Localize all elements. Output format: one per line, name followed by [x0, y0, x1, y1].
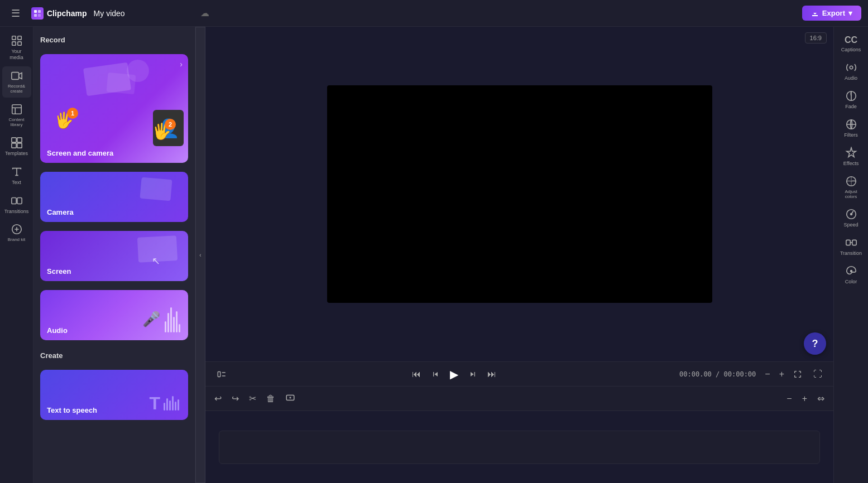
delete-button[interactable]: 🗑: [264, 392, 277, 406]
redo-button[interactable]: ↪: [229, 391, 241, 406]
fit-button[interactable]: [791, 368, 804, 381]
sidebar-item-record-create[interactable]: Record&create: [2, 66, 31, 98]
sidebar-label-text: Text: [12, 180, 21, 186]
text-to-speech-card[interactable]: T Text to speech: [40, 370, 188, 420]
card-arrow-screen-camera: ›: [180, 60, 183, 69]
expand-timeline[interactable]: ⇔: [815, 391, 827, 406]
sidebar-label-transitions: Transitions: [4, 209, 29, 215]
svg-rect-8: [11, 72, 18, 79]
sidebar-item-content-library[interactable]: Contentlibrary: [2, 100, 31, 131]
hamburger-button[interactable]: ☰: [7, 5, 25, 22]
svg-rect-2: [34, 14, 37, 17]
cloud-icon: ☁: [200, 8, 209, 18]
sidebar-item-templates[interactable]: Templates: [2, 133, 31, 160]
right-item-effects[interactable]: Effects: [836, 143, 867, 170]
right-item-captions[interactable]: CC Captions: [836, 31, 867, 56]
screen-and-camera-card[interactable]: 👤 🖐 1 🖐 2 › Screen and camera: [40, 54, 188, 163]
svg-rect-25: [846, 240, 850, 245]
zoom-in-button[interactable]: +: [777, 367, 787, 381]
frame-forward-button[interactable]: [466, 368, 479, 381]
right-item-speed[interactable]: Speed: [836, 204, 867, 231]
right-label-effects: Effects: [843, 161, 859, 166]
right-label-transition: Transition: [840, 250, 862, 256]
camera-preview-thumb: 👤: [153, 110, 184, 146]
svg-rect-15: [17, 197, 21, 204]
svg-rect-14: [11, 197, 16, 204]
record-panel: Record 👤 🖐 1 🖐 2 › Screen and camera: [33, 27, 195, 483]
svg-rect-7: [17, 42, 21, 45]
topbar: ☰ Clipchamp ☁ Export ▾: [0, 0, 868, 27]
timeline-empty-track: [219, 431, 820, 464]
timeline-bar: ↩ ↪ ✂ 🗑 − + ⇔: [205, 386, 833, 410]
svg-rect-1: [38, 10, 41, 13]
svg-rect-3: [38, 14, 41, 17]
zoom-out-button[interactable]: −: [763, 367, 772, 381]
audio-record-label: Audio: [47, 326, 68, 335]
screen-and-camera-label: Screen and camera: [47, 149, 113, 157]
video-title-input[interactable]: [94, 9, 191, 18]
undo-button[interactable]: ↩: [212, 391, 224, 406]
sidebar-label-content-library: Contentlibrary: [8, 117, 24, 128]
export-chevron: ▾: [848, 9, 852, 17]
tts-icon: T: [149, 394, 179, 412]
sidebar-item-text[interactable]: Text: [2, 162, 31, 189]
camera-card[interactable]: Camera: [40, 172, 188, 222]
right-item-transition[interactable]: Transition: [836, 233, 867, 260]
sidebar-label-templates: Templates: [5, 151, 28, 157]
right-label-color: Color: [845, 279, 857, 284]
svg-rect-5: [17, 36, 21, 40]
record-section-title: Record: [40, 36, 188, 44]
cursor-hand-1: 🖐 1: [54, 111, 74, 129]
clip-trim-button[interactable]: [214, 367, 229, 381]
sidebar-item-your-media[interactable]: Your media: [2, 31, 31, 64]
center-area: 16:9 ⏮ ▶: [205, 27, 833, 483]
svg-rect-9: [12, 105, 21, 114]
panel-collapse-button[interactable]: ‹: [195, 27, 205, 483]
frame-back-button[interactable]: [429, 368, 442, 381]
sidebar-label-brand-kit: Brand kit: [8, 237, 26, 243]
add-to-timeline-button[interactable]: [283, 390, 298, 407]
app-logo: Clipchamp: [31, 7, 87, 20]
help-button[interactable]: ?: [804, 332, 826, 355]
right-item-filters[interactable]: Filters: [836, 114, 867, 142]
playback-bar: ⏮ ▶ ⏭ 00:00.00 / 00:00:00 − +: [205, 361, 833, 386]
audio-record-card[interactable]: 🎤 Audio: [40, 290, 188, 340]
svg-point-24: [850, 214, 852, 215]
aspect-ratio-badge[interactable]: 16:9: [805, 32, 827, 44]
text-to-speech-label: Text to speech: [47, 406, 97, 414]
right-label-filters: Filters: [844, 132, 858, 138]
right-item-color[interactable]: Color: [836, 261, 867, 288]
sidebar-item-brand-kit[interactable]: Brand kit: [2, 220, 31, 246]
export-button[interactable]: Export ▾: [802, 6, 861, 21]
playback-controls: ⏮ ▶ ⏭: [410, 365, 498, 383]
fullscreen-button[interactable]: ⛶: [811, 367, 824, 381]
right-label-audio: Audio: [845, 75, 857, 81]
svg-rect-13: [17, 143, 21, 148]
create-section-title: Create: [40, 351, 188, 360]
zoom-in-timeline[interactable]: +: [800, 392, 809, 406]
screen-label: Screen: [47, 267, 71, 276]
svg-rect-26: [852, 240, 856, 245]
skip-forward-button[interactable]: ⏭: [485, 367, 498, 381]
cut-button[interactable]: ✂: [247, 391, 258, 406]
camera-label: Camera: [47, 208, 74, 216]
play-button[interactable]: ▶: [448, 365, 461, 383]
help-label: ?: [812, 338, 818, 350]
sidebar-label-your-media: Your media: [4, 49, 29, 61]
skip-back-button[interactable]: ⏮: [410, 367, 423, 381]
screen-card[interactable]: ↖ Screen: [40, 231, 188, 281]
svg-rect-0: [34, 10, 37, 13]
zoom-out-timeline[interactable]: −: [784, 392, 794, 406]
right-sidebar: CC Captions Audio Fade Fil: [833, 27, 868, 483]
preview-area: 16:9: [205, 27, 833, 361]
left-sidebar: Your media Record&create Contentlibrary …: [0, 27, 33, 483]
app-name: Clipchamp: [47, 9, 87, 18]
svg-rect-11: [17, 138, 21, 142]
captions-icon: CC: [845, 35, 857, 45]
sidebar-label-record-create: Record&create: [8, 84, 25, 94]
right-item-audio[interactable]: Audio: [836, 57, 867, 85]
right-item-fade[interactable]: Fade: [836, 86, 867, 113]
logo-icon: [31, 7, 44, 20]
sidebar-item-transitions[interactable]: Transitions: [2, 191, 31, 218]
right-item-adjust-colors[interactable]: Adjustcolors: [836, 171, 867, 203]
